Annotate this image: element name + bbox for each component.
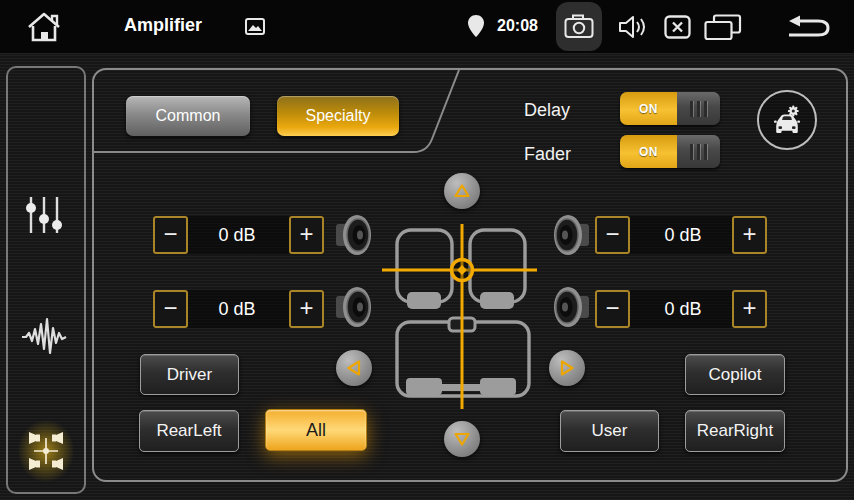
move-right-button[interactable] [549,350,585,386]
front-left-plus-button[interactable]: + [289,216,324,254]
clock: 20:08 [497,17,538,35]
rear-right-gain-value: 0 dB [635,290,731,328]
crosshair-target [452,260,473,281]
rear-left-gain-value: 0 dB [189,290,285,328]
zone-all-button[interactable]: All [265,409,367,451]
recents-icon[interactable] [704,14,742,41]
back-icon[interactable] [786,14,832,40]
tab-common[interactable]: Common [126,96,250,136]
front-right-minus-button[interactable]: − [595,216,630,254]
fader-toggle[interactable]: ON [620,135,720,168]
rear-left-speaker-icon [335,284,373,330]
sidebar-item-equalizer[interactable] [22,192,66,238]
sidebar [6,66,86,494]
front-left-minus-button[interactable]: − [153,216,188,254]
move-up-button[interactable] [444,173,480,209]
zone-rearleft-button[interactable]: RearLeft [139,410,239,452]
rear-right-minus-button[interactable]: − [595,290,630,328]
front-right-speaker-icon [552,212,590,258]
rear-right-speaker-icon [552,284,590,330]
camera-icon [564,14,594,39]
fader-toggle-on: ON [620,135,677,168]
delay-toggle-grip [677,92,720,125]
zone-rearright-button[interactable]: RearRight [685,410,785,452]
rear-left-plus-button[interactable]: + [289,290,324,328]
arrow-left-icon [346,359,362,377]
delay-toggle[interactable]: ON [620,92,720,125]
sidebar-item-balance[interactable] [18,420,74,482]
home-icon[interactable] [26,12,62,42]
zone-copilot-button[interactable]: Copilot [685,354,785,395]
front-right-gain-value: 0 dB [635,216,731,254]
volume-icon[interactable] [618,14,650,40]
arrow-up-icon [453,183,471,199]
amplifier-panel: Common Specialty Delay ON Fader ON [92,68,848,482]
zone-driver-button[interactable]: Driver [140,354,239,395]
rear-left-minus-button[interactable]: − [153,290,188,328]
delay-toggle-on: ON [620,92,677,125]
delay-label: Delay [524,100,570,121]
camera-button[interactable] [556,2,602,51]
image-icon[interactable] [245,18,265,35]
zone-user-button[interactable]: User [560,410,659,452]
location-icon [468,15,484,37]
page-title: Amplifier [124,15,202,36]
move-left-button[interactable] [336,350,372,386]
tab-specialty[interactable]: Specialty [277,96,399,136]
tab-common-label: Common [156,107,221,125]
amplifier-screen: Amplifier 20:08 [0,0,854,500]
balance-fader-icon [26,429,66,473]
front-left-gain-value: 0 dB [189,216,285,254]
status-bar: Amplifier 20:08 [0,0,854,54]
equalizer-icon [26,195,62,235]
fader-toggle-grip [677,135,720,168]
arrow-right-icon [559,359,575,377]
waveform-icon [21,316,67,356]
fader-label: Fader [524,144,571,165]
move-down-button[interactable] [444,421,480,457]
tab-specialty-label: Specialty [306,107,371,125]
sidebar-item-effects[interactable] [18,314,70,358]
arrow-down-icon [453,431,471,447]
front-left-speaker-icon [335,212,373,258]
car-settings-icon [769,102,805,138]
close-box-icon[interactable] [664,15,691,39]
front-right-plus-button[interactable]: + [732,216,767,254]
car-settings-button[interactable] [757,90,817,150]
rear-right-plus-button[interactable]: + [732,290,767,328]
